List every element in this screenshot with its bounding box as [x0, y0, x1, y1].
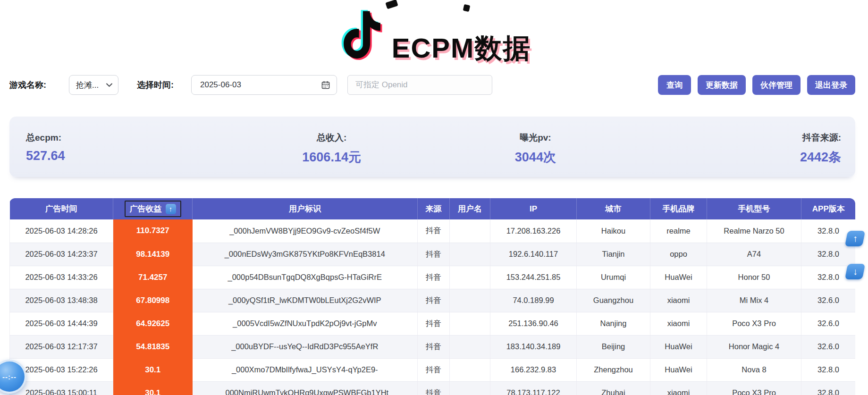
cell-app-version: 32.8.0: [801, 358, 856, 381]
cell-phone-brand: HuaWei: [650, 266, 707, 289]
cell-ad-revenue: 64.92625: [113, 312, 193, 335]
table-row[interactable]: 2025-06-03 14:23:37 98.14139 _000nEDsWy3…: [10, 243, 856, 266]
cell-username: [450, 358, 490, 381]
table-row[interactable]: 2025-06-03 14:33:26 71.4257 _000p54DBsun…: [10, 266, 856, 289]
query-button[interactable]: 查询: [658, 75, 691, 95]
cell-app-version: 32.6.0: [801, 335, 856, 358]
cell-ip: 78.173.117.122: [490, 381, 577, 395]
cell-phone-model: Nova 8: [707, 358, 801, 381]
stat-value: 1606.14元: [230, 149, 434, 166]
filter-bar: 游戏名称: 抢滩... 选择时间: 2025-06-03 查询 更新数据: [0, 75, 868, 95]
table-row[interactable]: 2025-06-03 15:00:11 30.1 _000NmjRUwmTykQ…: [10, 381, 856, 395]
table-row[interactable]: 2025-06-03 12:17:37 54.81835 _000uBYDF--…: [10, 335, 856, 358]
cell-ip: 192.6.140.117: [490, 243, 577, 266]
cell-city: Haikou: [577, 219, 650, 243]
cell-phone-model: Honor 50: [707, 266, 801, 289]
cell-app-version: 32.8.0: [801, 381, 856, 395]
col-app-version[interactable]: APP版本: [801, 198, 856, 219]
cell-ad-time: 2025-06-03 14:33:26: [10, 266, 113, 289]
stat-label: 曝光pv:: [434, 132, 638, 144]
cell-city: Zhuhai: [577, 381, 650, 395]
table-row[interactable]: 2025-06-03 15:22:26 30.1 _000Xmo7DMbIlfy…: [10, 358, 856, 381]
cell-ad-revenue: 98.14139: [113, 243, 193, 266]
scroll-bottom-button[interactable]: ↓: [845, 264, 865, 279]
date-input[interactable]: 2025-06-03: [191, 75, 337, 95]
cell-ad-time: 2025-06-03 14:28:26: [10, 219, 113, 243]
table-body: 2025-06-03 14:28:26 110.7327 _000hJemVW8…: [10, 219, 856, 395]
table-row[interactable]: 2025-06-03 14:44:39 64.92625 _0005VcdI5w…: [10, 312, 856, 335]
cell-phone-model: Realme Narzo 50: [707, 219, 801, 243]
cell-ip: 183.140.34.189: [490, 335, 577, 358]
cell-ad-time: 2025-06-03 14:44:39: [10, 312, 113, 335]
cell-ip: 17.208.163.226: [490, 219, 577, 243]
cell-ad-revenue: 110.7327: [113, 219, 193, 243]
chevron-down-icon: [106, 83, 112, 87]
col-city[interactable]: 城市: [577, 198, 650, 219]
stat-exposure-pv: 曝光pv: 3044次: [434, 132, 638, 177]
col-phone-brand[interactable]: 手机品牌: [650, 198, 707, 219]
game-select[interactable]: 抢滩...: [69, 75, 118, 95]
cell-ad-time: 2025-06-03 15:00:11: [10, 381, 113, 395]
cell-phone-brand: HuaWei: [650, 335, 707, 358]
cell-user-id: _000uBYDF--usYeQ--IdRdD3Pc955AeYfR: [193, 335, 418, 358]
cell-city: Guangzhou: [577, 289, 650, 312]
cell-ad-revenue: 71.4257: [113, 266, 193, 289]
cell-phone-model: Poco X3 Pro: [707, 381, 801, 395]
cell-phone-brand: xiaomi: [650, 381, 707, 395]
cell-ad-time: 2025-06-03 13:48:38: [10, 289, 113, 312]
cell-ip: 251.136.90.46: [490, 312, 577, 335]
table-row[interactable]: 2025-06-03 14:28:26 110.7327 _000hJemVW8…: [10, 219, 856, 243]
col-ad-time[interactable]: 广告时间: [10, 198, 113, 219]
stat-label: 总收入:: [230, 132, 434, 144]
col-ad-revenue-label: 广告收益: [130, 203, 162, 214]
page-title: ECPM数据: [392, 33, 531, 63]
scroll-top-button[interactable]: ↑: [845, 231, 865, 246]
cell-city: Urumqi: [577, 266, 650, 289]
cell-phone-model: Mi Mix 4: [707, 289, 801, 312]
cell-user-id: _000Xmo7DMbIlfyfwaJ_USYsY4-qYp2E9-: [193, 358, 418, 381]
stat-value: 2442条: [637, 149, 841, 166]
logout-button[interactable]: 退出登录: [807, 75, 855, 95]
cell-source: 抖音: [418, 381, 450, 395]
cell-phone-brand: xiaomi: [650, 312, 707, 335]
col-ip[interactable]: IP: [490, 198, 577, 219]
action-buttons: 查询 更新数据 伙伴管理 退出登录: [658, 75, 855, 95]
cell-app-version: 32.6.0: [801, 289, 856, 312]
table-row[interactable]: 2025-06-03 13:48:38 67.80998 _000yQSf1tR…: [10, 289, 856, 312]
date-value: 2025-06-03: [200, 80, 241, 90]
col-username[interactable]: 用户名: [450, 198, 490, 219]
cell-user-id: _000NmjRUwmTykQHRq9UxgwPSWBFGb1YHt: [193, 381, 418, 395]
cell-app-version: 32.6.0: [801, 312, 856, 335]
update-data-button[interactable]: 更新数据: [698, 75, 746, 95]
cell-ad-time: 2025-06-03 12:17:37: [10, 335, 113, 358]
calendar-icon: [321, 81, 330, 89]
sort-ascending-icon[interactable]: ↑: [166, 204, 176, 214]
cell-source: 抖音: [418, 219, 450, 243]
cell-ip: 153.244.251.85: [490, 266, 577, 289]
cell-ip: 166.232.9.83: [490, 358, 577, 381]
cell-phone-brand: xiaomi: [650, 289, 707, 312]
select-time-label: 选择时间:: [137, 79, 174, 91]
cell-username: [450, 243, 490, 266]
cell-phone-brand: realme: [650, 219, 707, 243]
cell-source: 抖音: [418, 243, 450, 266]
revenue-sort-control[interactable]: 广告收益 ↑: [125, 201, 181, 217]
col-ad-revenue[interactable]: 广告收益 ↑: [113, 198, 193, 219]
cell-username: [450, 335, 490, 358]
cell-city: Nanjing: [577, 312, 650, 335]
header: ECPM数据: [0, 7, 868, 63]
openid-input[interactable]: [347, 75, 492, 95]
col-user-id[interactable]: 用户标识: [193, 198, 418, 219]
stat-total-revenue: 总收入: 1606.14元: [230, 132, 434, 177]
cell-phone-model: Honor Magic 4: [707, 335, 801, 358]
cell-source: 抖音: [418, 289, 450, 312]
cell-phone-brand: HuaWei: [650, 358, 707, 381]
clock-text: --:--: [2, 373, 17, 381]
col-source[interactable]: 来源: [418, 198, 450, 219]
table-header-row: 广告时间 广告收益 ↑ 用户标识 来源 用户名 IP 城市 手机品牌 手机型号 …: [10, 198, 856, 219]
cell-source: 抖音: [418, 358, 450, 381]
cell-city: Zhengzhou: [577, 358, 650, 381]
partner-management-button[interactable]: 伙伴管理: [752, 75, 801, 95]
col-phone-model[interactable]: 手机型号: [707, 198, 801, 219]
game-select-value: 抢滩...: [76, 80, 99, 91]
